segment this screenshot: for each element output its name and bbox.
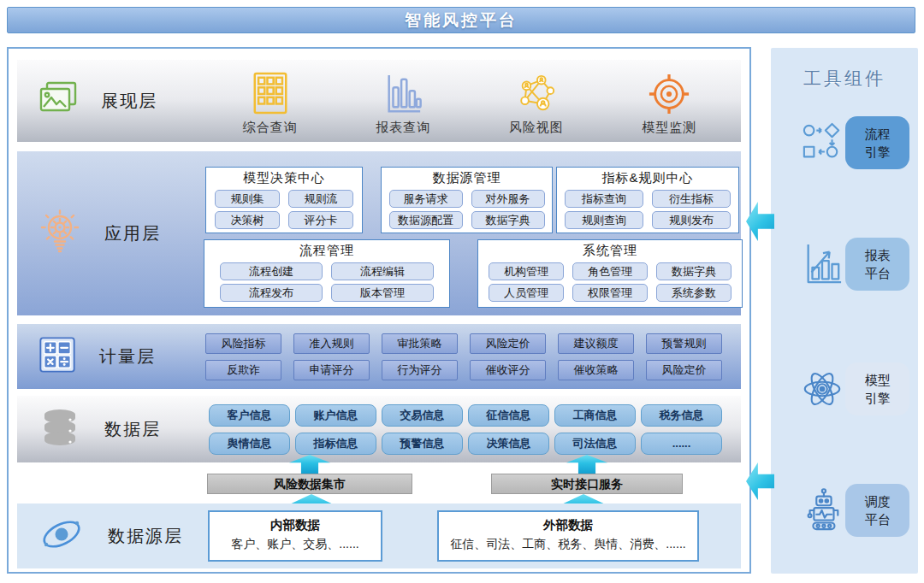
group-indicator-rule-center: 指标&规则中心 指标查询 衍生指标 规则查询 规则发布 [556, 167, 739, 233]
group-process-management: 流程管理 流程创建 流程编辑 流程发布 版本管理 [204, 239, 450, 308]
app-chip: 角色管理 [572, 262, 648, 280]
tool-model-engine: 模型引擎 [771, 361, 918, 417]
app-chip: 系统参数 [656, 284, 732, 302]
data-chip: 征信信息 [468, 404, 549, 427]
feature-risk-view: 风险视图 [509, 66, 564, 136]
scheduling-platform-button: 调度平台 [845, 484, 909, 537]
internal-data-desc: 客户、账户、交易、...... [210, 537, 381, 552]
calculator-icon [38, 335, 77, 378]
measure-chip: 风险指标 [205, 333, 281, 354]
tools-sidebar-title: 工具组件 [771, 67, 918, 91]
measure-chip: 审批策略 [382, 333, 458, 354]
group-title: 数据源管理 [382, 170, 552, 186]
tool-report-platform: 报表平台 [771, 236, 918, 292]
group-system-management: 系统管理 机构管理 角色管理 数据字典 人员管理 权限管理 系统参数 [477, 239, 743, 308]
measure-chip: 预警规则 [646, 333, 722, 354]
feature-report-query: 报表查询 [376, 66, 430, 136]
app-chip: 版本管理 [331, 284, 434, 302]
application-layer-section: 应用层 模型决策中心 规则集 规则流 决策树 评分卡 数据源管理 服务请求 对外… [17, 151, 741, 315]
data-chip: 决策信息 [468, 433, 549, 455]
data-chip: 客户信息 [209, 404, 290, 427]
measure-chip: 反欺诈 [205, 360, 281, 380]
app-chip: 服务请求 [389, 190, 463, 208]
internal-data-title: 内部数据 [210, 517, 381, 533]
external-data-title: 外部数据 [439, 517, 697, 533]
measure-chip: 建议额度 [558, 333, 634, 354]
measurement-chips: 风险指标 准入规则 审批策略 风险定价 建议额度 预警规则 反欺诈 申请评分 行… [205, 324, 722, 380]
data-chip: 工商信息 [554, 404, 636, 427]
datasource-layer-head: 数据源层 [38, 513, 183, 559]
app-chip: 规则流 [288, 190, 353, 208]
data-chip: 指标信息 [295, 433, 376, 455]
grid-icon [250, 66, 291, 115]
tool-process-engine: 流程引擎 [771, 115, 918, 171]
presentation-layer-head: 展现层 [38, 80, 157, 121]
data-chip: 交易信息 [382, 404, 463, 427]
app-chip: 规则集 [215, 190, 280, 208]
external-data-desc: 征信、司法、工商、税务、舆情、消费、...... [439, 537, 697, 552]
atom-icon [798, 367, 845, 411]
app-chip: 数据源配置 [389, 211, 463, 229]
presentation-layer-section: 展现层 综合查询 [17, 60, 741, 142]
data-layer-section: 数据层 客户信息 账户信息 交易信息 征信信息 工商信息 税务信息 舆情信息 指… [17, 396, 741, 462]
risk-data-mart-bar: 风险数据集市 [207, 474, 412, 494]
datasource-layer-label: 数据源层 [108, 525, 183, 548]
data-layer-head: 数据层 [38, 408, 161, 450]
measure-chip: 行为评分 [382, 360, 458, 380]
measure-chip: 风险定价 [470, 333, 546, 354]
internal-data-box: 内部数据 客户、账户、交易、...... [208, 510, 382, 562]
data-chip: 司法信息 [554, 433, 636, 455]
app-chip: 规则发布 [652, 211, 731, 229]
realtime-api-bar: 实时接口服务 [491, 474, 683, 494]
app-chip: 对外服务 [471, 190, 545, 208]
robot-icon [798, 487, 845, 533]
feature-label: 模型监测 [642, 120, 696, 136]
app-chip: 衍生指标 [652, 190, 731, 208]
feature-model-monitor: 模型监测 [642, 66, 696, 136]
data-chip: 账户信息 [295, 404, 376, 427]
presentation-features: 综合查询 报表查询 [204, 60, 736, 142]
feature-comprehensive-query: 综合查询 [243, 66, 298, 136]
measurement-layer-head: 计量层 [38, 335, 156, 378]
app-chip: 评分卡 [288, 211, 353, 229]
feature-label: 报表查询 [376, 120, 430, 136]
group-title: 模型决策中心 [206, 170, 362, 186]
risk-network-icon [513, 66, 560, 115]
report-platform-button: 报表平台 [845, 238, 909, 291]
tools-sidebar: 工具组件 流程引擎 [771, 48, 918, 574]
measure-chip: 准入规则 [293, 333, 370, 354]
group-datasource-management: 数据源管理 服务请求 对外服务 数据源配置 数据字典 [381, 167, 553, 233]
data-chips: 客户信息 账户信息 交易信息 征信信息 工商信息 税务信息 舆情信息 指标信息 … [209, 396, 722, 455]
bar-chart-icon [382, 66, 424, 115]
measurement-layer-section: 计量层 风险指标 准入规则 审批策略 风险定价 建议额度 预警规则 反欺诈 申请… [17, 324, 741, 389]
database-icon [38, 408, 82, 450]
app-chip: 机构管理 [489, 262, 564, 280]
data-chip: 税务信息 [641, 404, 722, 427]
data-chip: ...... [641, 433, 722, 455]
measure-chip: 申请评分 [293, 360, 370, 380]
external-data-box: 外部数据 征信、司法、工商、税务、舆情、消费、...... [437, 510, 699, 562]
group-title: 指标&规则中心 [557, 170, 738, 186]
presentation-layer-label: 展现层 [101, 90, 157, 113]
measurement-layer-label: 计量层 [99, 345, 156, 368]
app-chip: 数据字典 [656, 262, 732, 280]
pictures-icon [38, 80, 79, 121]
flowchart-icon [798, 122, 845, 163]
app-chip: 流程发布 [220, 284, 323, 302]
measure-chip: 催收评分 [470, 360, 546, 380]
app-chip: 流程创建 [220, 262, 323, 280]
app-chip: 规则查询 [565, 211, 643, 229]
group-title: 流程管理 [204, 243, 449, 259]
group-model-decision-center: 模型决策中心 规则集 规则流 决策树 评分卡 [205, 167, 363, 233]
data-chip: 舆情信息 [209, 433, 290, 455]
model-engine-button: 模型引擎 [845, 362, 909, 415]
feature-label: 风险视图 [509, 120, 564, 136]
data-chip: 预警信息 [382, 433, 463, 455]
app-chip: 人员管理 [489, 284, 564, 302]
datasource-layer-section: 数据源层 内部数据 客户、账户、交易、...... 外部数据 征信、司法、工商、… [17, 504, 741, 568]
app-chip: 指标查询 [565, 190, 643, 208]
architecture-panel: 展现层 综合查询 [7, 47, 751, 574]
process-engine-button: 流程引擎 [845, 116, 909, 169]
app-chip: 流程编辑 [331, 262, 434, 280]
app-chip: 决策树 [215, 211, 280, 229]
